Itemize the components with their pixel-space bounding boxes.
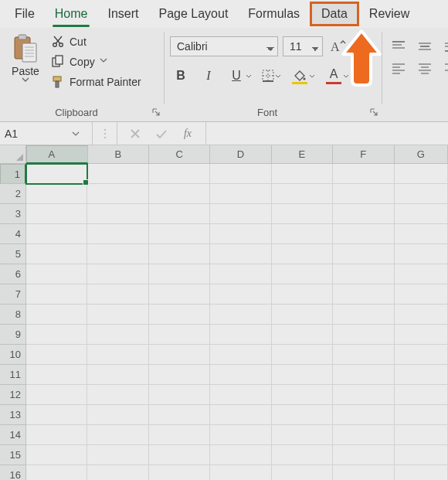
cell[interactable] bbox=[149, 325, 210, 345]
cell[interactable] bbox=[395, 284, 448, 305]
row-header[interactable]: 16 bbox=[0, 465, 26, 480]
align-center-icon[interactable] bbox=[417, 62, 433, 74]
cell[interactable] bbox=[272, 264, 333, 284]
row-header[interactable]: 2 bbox=[0, 184, 26, 204]
cell[interactable] bbox=[87, 405, 148, 425]
cell[interactable] bbox=[149, 164, 210, 184]
cell[interactable] bbox=[26, 224, 87, 244]
cell[interactable] bbox=[26, 284, 87, 305]
cell[interactable] bbox=[210, 325, 271, 345]
cell[interactable] bbox=[210, 425, 271, 445]
row-header[interactable]: 14 bbox=[0, 425, 26, 445]
cell[interactable] bbox=[272, 445, 333, 465]
row-header[interactable]: 9 bbox=[0, 325, 26, 345]
cell[interactable] bbox=[210, 385, 271, 405]
cell[interactable] bbox=[210, 184, 271, 204]
cell[interactable] bbox=[272, 365, 333, 385]
cell[interactable] bbox=[210, 244, 271, 264]
column-header[interactable]: G bbox=[395, 145, 448, 164]
cell[interactable] bbox=[149, 244, 210, 264]
row-header[interactable]: 12 bbox=[0, 385, 26, 405]
cells-area[interactable] bbox=[26, 164, 448, 480]
cell[interactable] bbox=[87, 425, 148, 445]
align-top-icon[interactable] bbox=[391, 40, 406, 53]
fill-color-button[interactable] bbox=[290, 66, 315, 85]
cell[interactable] bbox=[272, 244, 333, 264]
tab-home[interactable]: Home bbox=[45, 2, 98, 26]
cell[interactable] bbox=[395, 224, 448, 244]
cell[interactable] bbox=[333, 284, 394, 305]
cell[interactable] bbox=[333, 264, 394, 284]
cell[interactable] bbox=[26, 305, 87, 325]
cell[interactable] bbox=[210, 224, 271, 244]
cell[interactable] bbox=[210, 345, 271, 365]
cell[interactable] bbox=[333, 405, 394, 425]
formula-input[interactable] bbox=[206, 128, 448, 140]
cell[interactable] bbox=[272, 385, 333, 405]
cell[interactable] bbox=[26, 365, 87, 385]
align-middle-icon[interactable] bbox=[417, 40, 433, 53]
row-header[interactable]: 6 bbox=[0, 264, 26, 284]
row-header[interactable]: 10 bbox=[0, 345, 26, 365]
row-header[interactable]: 11 bbox=[0, 365, 26, 385]
insert-function-button[interactable]: fx bbox=[181, 127, 195, 141]
cell[interactable] bbox=[149, 204, 210, 224]
font-color-button[interactable]: A bbox=[324, 66, 349, 85]
cell[interactable] bbox=[333, 445, 394, 465]
column-header[interactable]: A bbox=[26, 145, 88, 164]
cell[interactable] bbox=[210, 305, 271, 325]
cell[interactable] bbox=[333, 184, 394, 204]
cell[interactable] bbox=[26, 405, 87, 425]
cell[interactable] bbox=[26, 204, 87, 224]
align-right-icon[interactable] bbox=[443, 62, 448, 74]
cell[interactable] bbox=[87, 345, 148, 365]
font-size-select[interactable]: 11 bbox=[283, 36, 323, 56]
row-header[interactable]: 4 bbox=[0, 224, 26, 244]
cell[interactable] bbox=[87, 284, 148, 305]
increase-font-size-button[interactable]: A bbox=[328, 36, 348, 57]
row-header[interactable]: 5 bbox=[0, 244, 26, 264]
cell[interactable] bbox=[87, 365, 148, 385]
row-header[interactable]: 8 bbox=[0, 305, 26, 325]
cell[interactable] bbox=[272, 164, 333, 184]
cell[interactable] bbox=[149, 365, 210, 385]
cell[interactable] bbox=[395, 405, 448, 425]
cell[interactable] bbox=[210, 405, 271, 425]
cell[interactable] bbox=[149, 345, 210, 365]
cell[interactable] bbox=[87, 445, 148, 465]
cell[interactable] bbox=[149, 465, 210, 480]
cell[interactable] bbox=[149, 264, 210, 284]
cell[interactable] bbox=[272, 184, 333, 204]
cell[interactable] bbox=[210, 365, 271, 385]
cell[interactable] bbox=[395, 325, 448, 345]
cell[interactable] bbox=[395, 204, 448, 224]
row-header[interactable]: 3 bbox=[0, 204, 26, 224]
cell[interactable] bbox=[395, 385, 448, 405]
cell[interactable] bbox=[26, 385, 87, 405]
cell[interactable] bbox=[333, 365, 394, 385]
chevron-down-icon[interactable] bbox=[68, 126, 83, 141]
row-header[interactable]: 1 bbox=[0, 164, 26, 184]
cell[interactable] bbox=[26, 445, 87, 465]
cell[interactable] bbox=[210, 445, 271, 465]
cell[interactable] bbox=[26, 465, 87, 480]
cell[interactable] bbox=[272, 204, 333, 224]
cell[interactable] bbox=[87, 264, 148, 284]
tab-formulas[interactable]: Formulas bbox=[238, 2, 310, 26]
cell[interactable] bbox=[87, 325, 148, 345]
borders-button[interactable] bbox=[261, 69, 281, 83]
bold-button[interactable]: B bbox=[171, 66, 190, 85]
row-header[interactable]: 15 bbox=[0, 445, 26, 465]
cell[interactable] bbox=[272, 284, 333, 305]
cell[interactable] bbox=[395, 264, 448, 284]
cell[interactable] bbox=[87, 385, 148, 405]
cell[interactable] bbox=[333, 244, 394, 264]
dialog-launcher-font[interactable] bbox=[369, 107, 378, 117]
cell[interactable] bbox=[333, 325, 394, 345]
cell[interactable] bbox=[395, 465, 448, 480]
tab-file[interactable]: File bbox=[5, 2, 45, 26]
cell[interactable] bbox=[395, 345, 448, 365]
cell[interactable] bbox=[333, 305, 394, 325]
cell[interactable] bbox=[333, 425, 394, 445]
name-box-input[interactable] bbox=[0, 128, 68, 140]
